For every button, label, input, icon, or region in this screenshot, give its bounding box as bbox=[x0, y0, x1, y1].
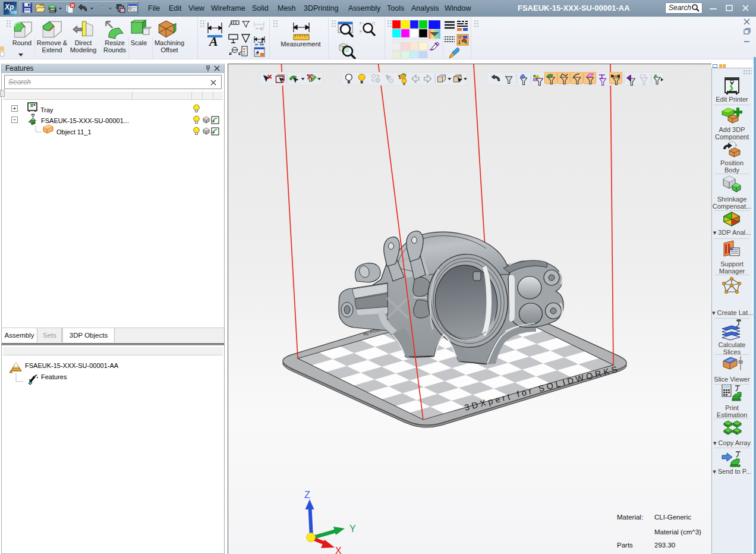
svg-text:Material (cm^3): Material (cm^3) bbox=[654, 528, 701, 536]
svg-text:X: X bbox=[335, 546, 342, 554]
svg-text:SW: SW bbox=[10, 10, 17, 14]
svg-text:Material:: Material: bbox=[617, 514, 643, 521]
svg-text:Y: Y bbox=[349, 524, 356, 534]
svg-text:A: A bbox=[208, 34, 218, 49]
svg-text:293.30: 293.30 bbox=[654, 542, 675, 549]
svg-text:Parts: Parts bbox=[617, 542, 633, 549]
svg-text:Z: Z bbox=[304, 490, 310, 500]
svg-text:CLI-Generic: CLI-Generic bbox=[654, 514, 691, 521]
svg-text:MM: MM bbox=[51, 9, 56, 12]
